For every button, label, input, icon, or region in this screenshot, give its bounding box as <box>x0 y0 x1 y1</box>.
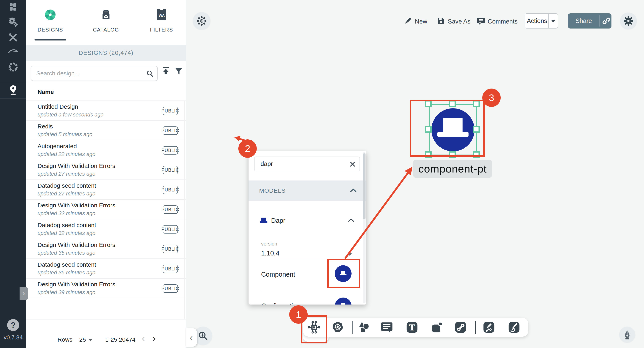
clear-search-icon[interactable] <box>349 161 356 168</box>
design-name: Design With Validation Errors <box>38 281 116 288</box>
text-icon: T <box>406 321 418 334</box>
canvas-menu-button[interactable] <box>193 12 210 30</box>
visibility-badge: PUBLIC <box>163 186 178 194</box>
design-row[interactable]: Redis updated 5 minutes ago PUBLIC <box>26 121 186 140</box>
notes-icon <box>430 321 443 334</box>
sidebar-item-mesh[interactable] <box>0 62 26 72</box>
toolbar-divider <box>475 321 476 334</box>
pen-mode-button[interactable] <box>619 327 635 343</box>
dapr-hat-icon <box>339 302 348 305</box>
visibility-badge: PUBLIC <box>163 245 178 253</box>
visibility-badge: PUBLIC <box>163 265 178 273</box>
design-name: Datadog seed content <box>38 222 96 229</box>
design-search-input[interactable] <box>31 66 145 81</box>
share-label: Share <box>568 13 600 28</box>
design-updated: updated 27 minutes ago <box>38 191 96 197</box>
panel-scrollbar-thumb[interactable] <box>363 153 366 219</box>
page-size-caret-icon[interactable] <box>88 339 93 342</box>
model-search-input[interactable] <box>254 157 346 171</box>
link-tool-button[interactable] <box>454 320 468 334</box>
dapr-configuration-icon[interactable] <box>335 298 352 305</box>
visibility-badge: PUBLIC <box>163 166 178 174</box>
edge-draw-tool-button[interactable] <box>482 320 496 334</box>
share-button[interactable]: Share <box>568 13 612 28</box>
dapr-hat-icon <box>259 216 268 225</box>
filter-funnel-icon[interactable] <box>174 67 183 75</box>
next-page-button[interactable]: › <box>152 334 156 343</box>
divider <box>600 15 600 26</box>
actions-label: Actions <box>525 14 549 28</box>
design-updated: updated 32 minutes ago <box>38 230 96 236</box>
kubernetes-icon <box>331 321 344 334</box>
sidebar-item-performance[interactable] <box>0 47 26 55</box>
annotation-box-component <box>328 259 360 288</box>
shapes-tool-button[interactable] <box>356 320 370 334</box>
sidebar-item-toolkit[interactable] <box>0 33 26 42</box>
location-pin-icon <box>8 84 19 96</box>
list-scrollbar[interactable] <box>184 101 185 319</box>
settings-gears-icon <box>8 17 18 27</box>
settings-button[interactable] <box>620 12 637 29</box>
mesh-icon <box>8 62 18 72</box>
sidebar-expand-handle[interactable]: › <box>20 287 28 300</box>
tab-catalog-label: CATALOG <box>82 27 130 33</box>
node-label[interactable]: component-pt <box>413 160 492 178</box>
design-row[interactable]: Datadog seed content updated 35 minutes … <box>26 259 186 279</box>
design-name: Redis <box>38 123 53 130</box>
design-row[interactable]: Design With Validation Errors updated 27… <box>26 160 186 180</box>
component-label: Component <box>261 271 295 278</box>
design-updated: updated 5 minutes ago <box>38 131 92 138</box>
text-tool-button[interactable]: T <box>405 320 419 334</box>
comment-tool-button[interactable] <box>380 320 394 334</box>
app-version: v0.7.84 <box>0 334 26 341</box>
configuration-label: Configuration <box>261 302 300 305</box>
shapes-icon <box>356 321 370 334</box>
design-search-box <box>31 66 158 81</box>
actions-caret-icon[interactable] <box>551 20 555 22</box>
visibility-badge: PUBLIC <box>163 225 178 234</box>
dot-flower-icon <box>195 14 208 27</box>
rows-label: Rows <box>58 336 72 343</box>
design-row[interactable]: Datadog seed content updated 27 minutes … <box>26 180 186 200</box>
prev-page-button[interactable]: ‹ <box>142 334 145 343</box>
design-row[interactable]: Design With Validation Errors updated 39… <box>26 279 186 298</box>
page-size-value[interactable]: 25 <box>79 336 86 343</box>
design-row[interactable]: Autogenerated updated 22 minutes ago PUB… <box>26 140 186 160</box>
design-updated: updated a few seconds ago <box>38 112 104 118</box>
sidebar-item-designs-active[interactable] <box>0 84 26 96</box>
design-name: Autogenerated <box>38 143 77 150</box>
pagination-range: 1-25 20474 <box>105 336 136 343</box>
panel-collapse-handle[interactable]: ‹ <box>186 328 197 347</box>
sidebar-item-dashboard[interactable] <box>0 2 26 11</box>
visibility-badge: PUBLIC <box>163 146 178 155</box>
tab-filters-label: FILTERS <box>138 27 186 33</box>
models-section-header[interactable]: MODELS <box>248 180 366 201</box>
actions-button[interactable]: Actions <box>524 13 558 28</box>
design-row[interactable]: Untitled Design updated a few seconds ag… <box>26 101 186 121</box>
design-updated: updated 39 minutes ago <box>38 289 96 296</box>
sidebar-item-settings[interactable] <box>0 17 26 27</box>
design-name: Datadog seed content <box>38 261 96 268</box>
design-row[interactable]: Design With Validation Errors updated 32… <box>26 200 186 219</box>
designs-panel: DESIGNS CATALOG WA FILTERS DESIGNS (20,4… <box>26 0 186 348</box>
divider <box>548 14 548 28</box>
visibility-badge: PUBLIC <box>163 107 178 115</box>
freehand-draw-tool-button[interactable] <box>507 320 521 334</box>
copy-link-icon[interactable] <box>602 17 610 25</box>
column-header-name: Name <box>38 88 54 95</box>
wasm-filters-icon: WA <box>156 8 167 21</box>
svg-text:T: T <box>409 323 415 333</box>
chevron-up-icon <box>348 218 354 222</box>
pen-nib-icon <box>622 330 632 340</box>
annotation-step-2: 2 <box>238 139 257 158</box>
kubernetes-tool-button[interactable] <box>331 320 345 334</box>
design-row[interactable]: Datadog seed content updated 32 minutes … <box>26 219 186 239</box>
kanvas-app: › ? v0.7.84 DESIGNS <box>0 0 644 348</box>
import-design-icon[interactable] <box>161 66 170 75</box>
sidebar-divider <box>0 82 26 82</box>
help-button[interactable]: ? <box>7 319 19 331</box>
search-icon <box>146 70 154 77</box>
notes-tool-button[interactable] <box>430 320 444 334</box>
visibility-badge: PUBLIC <box>163 205 178 214</box>
design-row[interactable]: Design With Validation Errors updated 35… <box>26 239 186 259</box>
